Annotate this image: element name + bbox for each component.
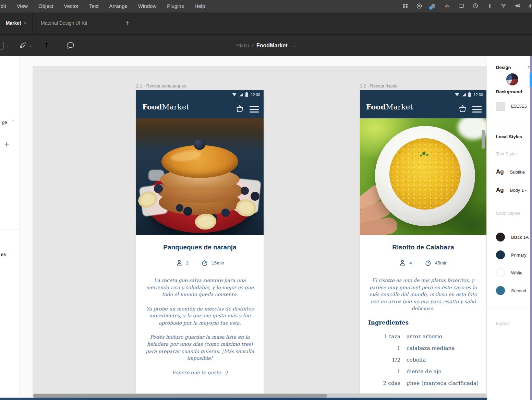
- tab-close-icon[interactable]: ×: [24, 21, 27, 26]
- style-sample: Ag: [496, 168, 504, 175]
- phone-status-bar: 12:30: [232, 92, 260, 97]
- color-dot: [496, 250, 505, 259]
- text-style-subtitle[interactable]: Ag Subtitle: [496, 168, 525, 175]
- breadcrumb: Platzi / FoodMarket ⌄: [0, 35, 532, 56]
- local-styles-label: Local Styles: [496, 134, 522, 139]
- artboard-receta-risotto[interactable]: 12:30 FoodMarket Risotto de Calabaza 4: [360, 90, 486, 396]
- artboard-label[interactable]: 2.1 - Receta panqueques: [136, 83, 186, 89]
- servings-value: 4: [409, 260, 412, 266]
- creative-cloud-icon[interactable]: [416, 3, 422, 9]
- basket-icon: [458, 104, 467, 113]
- menu-edit[interactable]: dit: [1, 3, 6, 9]
- bottom-edge-strip: [0, 398, 532, 400]
- menu-window[interactable]: Window: [138, 3, 156, 9]
- app-badge-icon[interactable]: [430, 3, 436, 9]
- menu-status-tray: 46: [402, 0, 532, 12]
- duration-value: 45min: [435, 260, 448, 266]
- battery-percent: 46: [529, 3, 532, 9]
- time-machine-clock-icon[interactable]: [472, 3, 479, 9]
- recipe-description: La receta que salva siempre para una mer…: [145, 277, 254, 376]
- tab-material-label: Material Design UI Kit: [41, 20, 87, 26]
- macos-menu-bar: dit View Object Vector Text Arrange Wind…: [0, 0, 532, 12]
- horizontal-scrollbar-thumb[interactable]: [33, 394, 327, 398]
- tab-foodmarket[interactable]: Market ×: [0, 12, 33, 34]
- timer-icon: [424, 259, 432, 267]
- pancakes-photo: [136, 118, 264, 235]
- ingredients-title: Ingredientes: [368, 319, 486, 326]
- paragraph: La receta que salva siempre para una mer…: [145, 277, 254, 298]
- inspector-panel: Design Pr Background E5E5E5 Local Styles…: [487, 56, 532, 400]
- wifi-icon: [232, 93, 237, 96]
- menu-plugins[interactable]: Plugins: [167, 3, 184, 9]
- menu-arrange[interactable]: Arrange: [109, 3, 128, 9]
- menu-vector[interactable]: Vector: [64, 3, 78, 9]
- servings-value: 2: [186, 260, 189, 266]
- servings-icon: [399, 259, 406, 267]
- menu-object[interactable]: Object: [38, 3, 53, 9]
- color-style-primary[interactable]: Primary: [496, 250, 527, 259]
- color-name: White: [511, 270, 522, 275]
- color-style-secondary[interactable]: Second: [496, 286, 526, 295]
- add-page-button[interactable]: +: [4, 139, 10, 150]
- wifi-icon[interactable]: [500, 3, 507, 9]
- signal-icon: [462, 93, 466, 96]
- background-hex[interactable]: E5E5E5: [511, 104, 527, 109]
- artboard-receta-panqueques[interactable]: 12:30 FoodMarket Panqueques de naranja: [136, 90, 264, 396]
- paragraph: Podés incluso guardar la masa lista en l…: [145, 333, 254, 362]
- color-style-black[interactable]: Black 1A: [496, 233, 529, 242]
- background-swatch[interactable]: [496, 102, 505, 111]
- cloud-upload-icon[interactable]: [444, 3, 450, 9]
- volume-icon[interactable]: [515, 3, 521, 9]
- status-time: 12:30: [473, 93, 483, 97]
- menu-text[interactable]: Text: [89, 3, 99, 9]
- status-time: 12:30: [251, 93, 260, 97]
- new-tab-button[interactable]: +: [122, 12, 132, 34]
- color-style-white[interactable]: White: [496, 268, 522, 277]
- tab-material-design-ui-kit[interactable]: Material Design UI Kit: [33, 12, 95, 34]
- bluetooth-icon[interactable]: [486, 3, 493, 9]
- breadcrumb-separator: /: [252, 43, 253, 48]
- hamburger-menu-icon: [472, 106, 482, 114]
- foodmarket-logo: FoodMarket: [142, 103, 189, 111]
- text-style-body1[interactable]: Ag Body 1 -: [496, 187, 527, 193]
- ingredient-row: 1 taza arroz arborio: [360, 333, 486, 340]
- layer-name-fragment[interactable]: es: [1, 251, 7, 257]
- ingredient-row: 2 cdas ghee (manteca clarificada): [360, 380, 486, 386]
- vertical-scrollbar[interactable]: [482, 130, 485, 149]
- style-name: Subtitle: [510, 169, 525, 175]
- ingredient-row: 1 diente de ajo: [360, 368, 486, 375]
- timer-icon: [201, 259, 208, 267]
- menu-view[interactable]: View: [17, 3, 28, 9]
- wifi-icon: [455, 93, 459, 96]
- phone-app-header: 12:30 FoodMarket: [360, 90, 486, 118]
- menu-help[interactable]: Help: [194, 3, 205, 9]
- tab-design[interactable]: Design: [496, 65, 511, 70]
- signal-icon: [239, 93, 243, 96]
- color-dot: [496, 286, 505, 295]
- breadcrumb-file[interactable]: FoodMarket: [256, 43, 288, 49]
- recipe-meta: 4 45min: [360, 259, 486, 267]
- avatar[interactable]: [506, 73, 518, 85]
- export-label[interactable]: Export: [496, 321, 509, 326]
- paragraph: Ya probé un montón de mezclas de distint…: [145, 305, 254, 327]
- horizontal-ruler: [20, 56, 487, 66]
- dropbox-icon[interactable]: [402, 3, 408, 9]
- style-name: Body 1 -: [510, 188, 527, 193]
- share-button-edge[interactable]: [530, 72, 532, 87]
- ingredient-row: 1/2 cebolla: [360, 357, 486, 363]
- figma-tab-bar: Market × Material Design UI Kit +: [0, 12, 532, 34]
- artboard-label[interactable]: 2.2 - Receta risotto: [360, 83, 398, 89]
- phone-status-bar: 12:30: [455, 92, 483, 97]
- figma-window: dit View Object Vector Text Arrange Wind…: [0, 0, 532, 400]
- airplay-display-icon[interactable]: [458, 3, 464, 9]
- window-right-edge: [530, 56, 532, 400]
- battery-icon: [245, 93, 248, 97]
- file-menu-chevron-icon[interactable]: ⌄: [293, 43, 296, 48]
- servings-icon: [176, 259, 183, 267]
- collapse-chevron-icon[interactable]: ^: [12, 119, 14, 123]
- duration-value: 15min: [211, 260, 224, 266]
- breadcrumb-team[interactable]: Platzi: [236, 43, 249, 48]
- hamburger-menu-icon: [250, 106, 259, 114]
- pages-header-fragment[interactable]: ge: [2, 120, 7, 125]
- ingredients-list: 1 taza arroz arborio 1 calabaza mediana …: [360, 333, 486, 386]
